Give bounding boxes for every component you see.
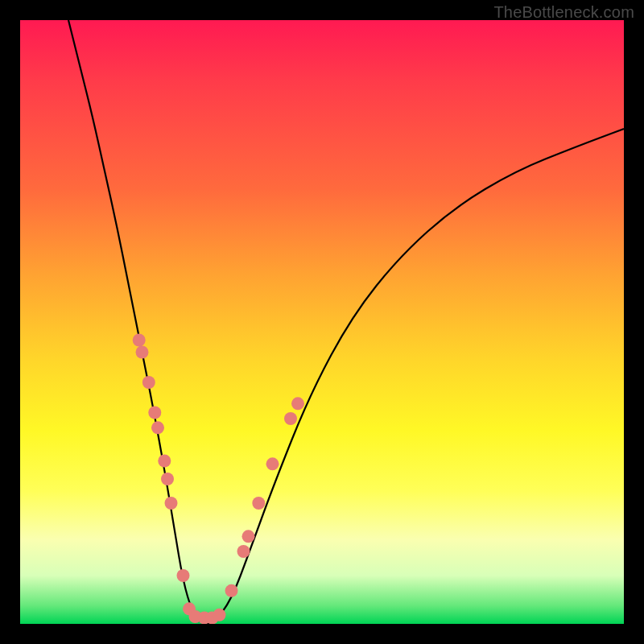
watermark-text: TheBottleneck.com [493, 3, 634, 22]
data-marker [142, 376, 155, 389]
data-marker [165, 497, 178, 510]
data-marker [151, 421, 164, 434]
chart-plot-area [20, 20, 624, 624]
data-marker [213, 609, 226, 621]
chart-frame: TheBottleneck.com [0, 0, 644, 644]
data-marker [252, 497, 265, 510]
chart-svg [20, 20, 624, 624]
data-marker [161, 473, 174, 485]
marker-group [133, 334, 304, 625]
data-marker [148, 407, 161, 419]
data-marker [158, 455, 171, 468]
data-marker [284, 412, 297, 425]
data-marker [133, 334, 146, 347]
data-marker [225, 584, 238, 597]
data-marker [237, 545, 250, 558]
data-marker [242, 530, 255, 543]
data-marker [291, 397, 304, 410]
bottleneck-curve [68, 20, 624, 624]
data-marker [266, 457, 279, 470]
data-marker [136, 346, 149, 359]
data-marker [177, 569, 190, 582]
